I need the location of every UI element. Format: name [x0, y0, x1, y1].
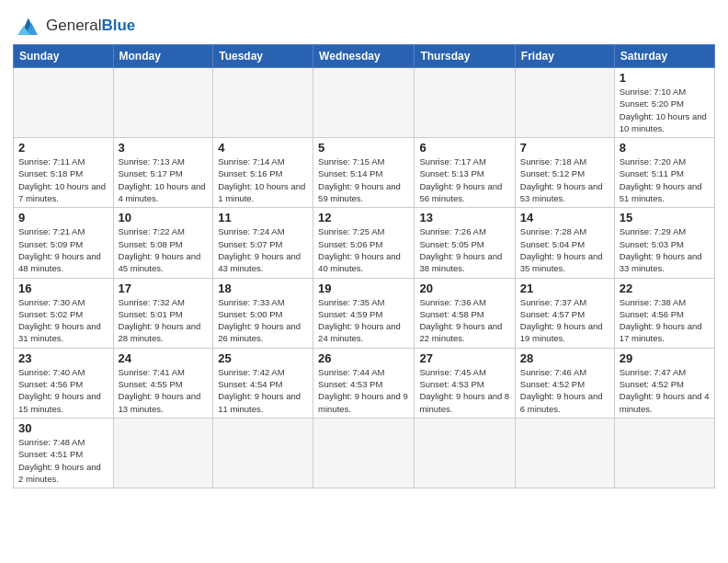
- day-number: 29: [620, 351, 710, 365]
- calendar-cell: 17Sunrise: 7:32 AM Sunset: 5:01 PM Dayli…: [113, 278, 213, 348]
- calendar-cell: 4Sunrise: 7:14 AM Sunset: 5:16 PM Daylig…: [213, 138, 313, 208]
- week-row-2: 2Sunrise: 7:11 AM Sunset: 5:18 PM Daylig…: [14, 138, 715, 208]
- day-info: Sunrise: 7:13 AM Sunset: 5:17 PM Dayligh…: [119, 155, 209, 204]
- week-row-1: 1Sunrise: 7:10 AM Sunset: 5:20 PM Daylig…: [14, 68, 715, 138]
- day-info: Sunrise: 7:32 AM Sunset: 5:01 PM Dayligh…: [119, 296, 209, 345]
- calendar-cell: 14Sunrise: 7:28 AM Sunset: 5:04 PM Dayli…: [515, 208, 614, 278]
- day-number: 2: [18, 141, 108, 155]
- calendar-cell: 9Sunrise: 7:21 AM Sunset: 5:09 PM Daylig…: [14, 208, 114, 278]
- day-number: 22: [620, 282, 710, 295]
- week-row-5: 23Sunrise: 7:40 AM Sunset: 4:56 PM Dayli…: [14, 348, 715, 418]
- calendar-cell: 13Sunrise: 7:26 AM Sunset: 5:05 PM Dayli…: [415, 208, 515, 278]
- day-info: Sunrise: 7:20 AM Sunset: 5:11 PM Dayligh…: [620, 155, 710, 204]
- day-number: 19: [318, 282, 409, 295]
- day-number: 26: [318, 351, 409, 365]
- calendar-cell: 2Sunrise: 7:11 AM Sunset: 5:18 PM Daylig…: [14, 138, 114, 208]
- calendar-cell: 1Sunrise: 7:10 AM Sunset: 5:20 PM Daylig…: [614, 68, 714, 138]
- day-info: Sunrise: 7:38 AM Sunset: 4:56 PM Dayligh…: [620, 296, 710, 345]
- calendar-cell: 10Sunrise: 7:22 AM Sunset: 5:08 PM Dayli…: [113, 208, 213, 278]
- week-row-3: 9Sunrise: 7:21 AM Sunset: 5:09 PM Daylig…: [14, 208, 715, 278]
- calendar-page: GeneralBlue SundayMondayTuesdayWednesday…: [0, 0, 728, 563]
- day-info: Sunrise: 7:37 AM Sunset: 4:57 PM Dayligh…: [520, 296, 609, 345]
- day-number: 12: [318, 211, 409, 224]
- day-number: 5: [318, 141, 409, 155]
- weekday-header-monday: Monday: [113, 45, 213, 68]
- day-number: 21: [520, 282, 609, 295]
- weekday-header-wednesday: Wednesday: [313, 45, 415, 68]
- day-info: Sunrise: 7:28 AM Sunset: 5:04 PM Dayligh…: [520, 225, 609, 274]
- day-number: 28: [520, 351, 609, 365]
- day-number: 24: [119, 351, 209, 365]
- day-info: Sunrise: 7:45 AM Sunset: 4:53 PM Dayligh…: [419, 366, 509, 415]
- day-info: Sunrise: 7:42 AM Sunset: 4:54 PM Dayligh…: [218, 366, 308, 415]
- calendar-cell: 27Sunrise: 7:45 AM Sunset: 4:53 PM Dayli…: [415, 348, 515, 418]
- calendar-cell: 6Sunrise: 7:17 AM Sunset: 5:13 PM Daylig…: [415, 138, 515, 208]
- calendar-cell: [415, 68, 515, 138]
- calendar-cell: [515, 418, 614, 488]
- logo-text: GeneralBlue: [46, 17, 135, 35]
- day-info: Sunrise: 7:47 AM Sunset: 4:52 PM Dayligh…: [620, 366, 710, 415]
- day-info: Sunrise: 7:33 AM Sunset: 5:00 PM Dayligh…: [218, 296, 308, 345]
- day-info: Sunrise: 7:18 AM Sunset: 5:12 PM Dayligh…: [520, 155, 609, 204]
- page-header: GeneralBlue: [13, 9, 715, 39]
- calendar-cell: [313, 418, 415, 488]
- day-number: 15: [620, 211, 710, 224]
- day-number: 3: [119, 141, 209, 155]
- day-number: 7: [520, 141, 609, 155]
- calendar-cell: 12Sunrise: 7:25 AM Sunset: 5:06 PM Dayli…: [313, 208, 415, 278]
- calendar-cell: [515, 68, 614, 138]
- weekday-header-tuesday: Tuesday: [213, 45, 313, 68]
- day-number: 4: [218, 141, 308, 155]
- calendar-cell: 18Sunrise: 7:33 AM Sunset: 5:00 PM Dayli…: [213, 278, 313, 348]
- day-info: Sunrise: 7:44 AM Sunset: 4:53 PM Dayligh…: [318, 366, 409, 415]
- day-number: 16: [18, 282, 108, 295]
- calendar-cell: [14, 68, 114, 138]
- calendar-cell: 20Sunrise: 7:36 AM Sunset: 4:58 PM Dayli…: [415, 278, 515, 348]
- day-info: Sunrise: 7:17 AM Sunset: 5:13 PM Dayligh…: [419, 155, 509, 204]
- day-number: 10: [119, 211, 209, 224]
- calendar-cell: [213, 418, 313, 488]
- day-info: Sunrise: 7:10 AM Sunset: 5:20 PM Dayligh…: [620, 86, 710, 134]
- calendar-cell: [313, 68, 415, 138]
- calendar-cell: 15Sunrise: 7:29 AM Sunset: 5:03 PM Dayli…: [614, 208, 714, 278]
- calendar-cell: 25Sunrise: 7:42 AM Sunset: 4:54 PM Dayli…: [213, 348, 313, 418]
- calendar-table: SundayMondayTuesdayWednesdayThursdayFrid…: [13, 44, 715, 488]
- weekday-header-saturday: Saturday: [614, 45, 714, 68]
- day-info: Sunrise: 7:11 AM Sunset: 5:18 PM Dayligh…: [18, 155, 108, 204]
- weekday-header-friday: Friday: [515, 45, 614, 68]
- calendar-cell: 22Sunrise: 7:38 AM Sunset: 4:56 PM Dayli…: [614, 278, 714, 348]
- logo-icon: [13, 13, 42, 39]
- day-info: Sunrise: 7:22 AM Sunset: 5:08 PM Dayligh…: [119, 225, 209, 274]
- day-number: 27: [419, 351, 509, 365]
- weekday-header-row: SundayMondayTuesdayWednesdayThursdayFrid…: [14, 45, 715, 68]
- calendar-cell: 29Sunrise: 7:47 AM Sunset: 4:52 PM Dayli…: [614, 348, 714, 418]
- calendar-cell: 21Sunrise: 7:37 AM Sunset: 4:57 PM Dayli…: [515, 278, 614, 348]
- day-number: 17: [119, 282, 209, 295]
- week-row-6: 30Sunrise: 7:48 AM Sunset: 4:51 PM Dayli…: [14, 418, 715, 488]
- calendar-cell: 8Sunrise: 7:20 AM Sunset: 5:11 PM Daylig…: [614, 138, 714, 208]
- calendar-cell: 7Sunrise: 7:18 AM Sunset: 5:12 PM Daylig…: [515, 138, 614, 208]
- day-number: 18: [218, 282, 308, 295]
- calendar-cell: [415, 418, 515, 488]
- day-info: Sunrise: 7:25 AM Sunset: 5:06 PM Dayligh…: [318, 225, 409, 274]
- day-info: Sunrise: 7:46 AM Sunset: 4:52 PM Dayligh…: [520, 366, 609, 415]
- day-number: 13: [419, 211, 509, 224]
- day-info: Sunrise: 7:29 AM Sunset: 5:03 PM Dayligh…: [620, 225, 710, 274]
- day-info: Sunrise: 7:15 AM Sunset: 5:14 PM Dayligh…: [318, 155, 409, 204]
- calendar-cell: 30Sunrise: 7:48 AM Sunset: 4:51 PM Dayli…: [14, 418, 114, 488]
- day-info: Sunrise: 7:48 AM Sunset: 4:51 PM Dayligh…: [18, 436, 108, 485]
- calendar-cell: 24Sunrise: 7:41 AM Sunset: 4:55 PM Dayli…: [113, 348, 213, 418]
- day-info: Sunrise: 7:21 AM Sunset: 5:09 PM Dayligh…: [18, 225, 108, 274]
- day-info: Sunrise: 7:26 AM Sunset: 5:05 PM Dayligh…: [419, 225, 509, 274]
- day-number: 25: [218, 351, 308, 365]
- day-info: Sunrise: 7:14 AM Sunset: 5:16 PM Dayligh…: [218, 155, 308, 204]
- day-number: 30: [18, 421, 108, 435]
- day-info: Sunrise: 7:41 AM Sunset: 4:55 PM Dayligh…: [119, 366, 209, 415]
- day-number: 23: [18, 351, 108, 365]
- calendar-cell: [213, 68, 313, 138]
- day-info: Sunrise: 7:36 AM Sunset: 4:58 PM Dayligh…: [419, 296, 509, 345]
- calendar-cell: 11Sunrise: 7:24 AM Sunset: 5:07 PM Dayli…: [213, 208, 313, 278]
- day-number: 6: [419, 141, 509, 155]
- calendar-cell: 5Sunrise: 7:15 AM Sunset: 5:14 PM Daylig…: [313, 138, 415, 208]
- calendar-cell: 26Sunrise: 7:44 AM Sunset: 4:53 PM Dayli…: [313, 348, 415, 418]
